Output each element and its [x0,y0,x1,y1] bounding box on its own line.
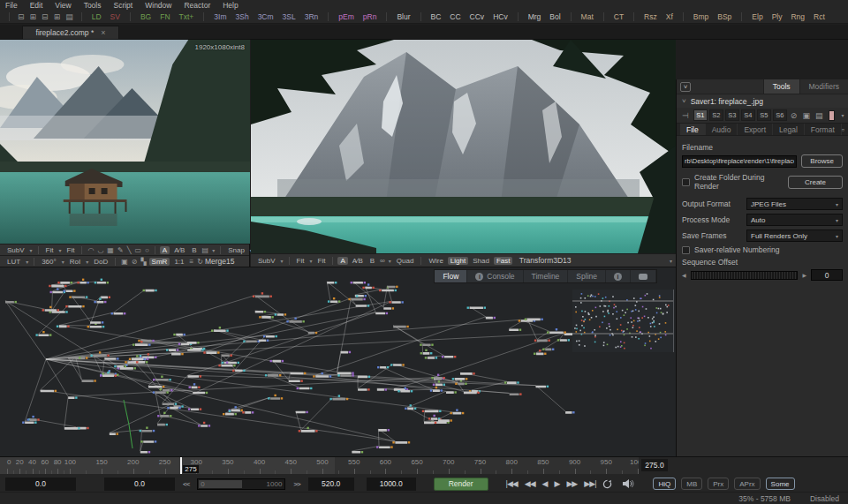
browse-button[interactable]: Browse [801,154,843,168]
menu-script[interactable]: Script [113,1,132,10]
menu-reactor[interactable]: Reactor [184,1,210,10]
viewer-shad-button[interactable]: Shad [470,257,492,265]
lock-icon[interactable]: ▣ [802,111,810,120]
tool-hcv[interactable]: HCv [493,12,508,21]
refresh-icon[interactable]: ↻ [197,258,203,266]
flow-tab-comment[interactable] [631,270,656,282]
flow-tab-spline[interactable]: Spline [568,270,606,282]
skip-to-end-button[interactable]: ▶▶| [584,479,595,488]
viewer-b-button[interactable]: B [367,257,377,265]
version-s1[interactable]: S1 [693,109,708,121]
slider-left-arrow[interactable]: ◀ [682,272,686,278]
viewer-fit-button[interactable]: Fit [43,246,57,254]
menu-file[interactable]: File [5,1,18,10]
version-s2[interactable]: S2 [709,109,723,121]
slider-right-arrow[interactable]: ▶ [802,272,806,278]
tool-3cm[interactable]: 3Cm [258,12,274,21]
tool-bmp[interactable]: Bmp [693,12,708,21]
skip-to-start-button[interactable]: |◀◀ [506,479,518,488]
camera-icon[interactable]: ▤ [202,246,209,254]
menu-view[interactable]: View [55,1,71,10]
play-reverse-button[interactable]: ◀ [542,479,548,488]
viewer-a-button[interactable]: A [337,257,347,265]
tool-bg[interactable]: BG [140,12,151,21]
viewer-11-button[interactable]: 1:1 [171,258,186,266]
right-viewer-image[interactable] [251,40,676,253]
viewer-subv-button[interactable]: SubV [255,257,278,265]
tool-blur[interactable]: Blur [397,12,410,21]
render-start-box[interactable]: 0.0 [104,478,175,491]
layout-c-icon[interactable]: ⊟ [42,12,49,21]
version-s3[interactable]: S3 [725,109,739,121]
version-s4[interactable]: S4 [741,109,755,121]
tool-rng[interactable]: Rng [791,12,805,21]
viewer-dod-button[interactable]: DoD [91,258,110,266]
chevron-down-icon[interactable]: ▾ [389,258,391,264]
viewer-ab-button[interactable]: A∕B [350,257,366,265]
line-icon[interactable]: ╲ [127,246,132,254]
sequence-offset-value[interactable]: 0 [811,269,843,281]
saver-relative-checkbox[interactable] [682,246,690,254]
subtab-file[interactable]: File [680,124,706,135]
tool-3sl[interactable]: 3SL [283,12,296,21]
viewer-roi-button[interactable]: RoI [67,258,83,266]
subtab-legal[interactable]: Legal [773,124,805,135]
checker-icon[interactable]: ▚ [140,258,146,266]
roto-curve-b-icon[interactable]: ◡ [97,246,103,254]
create-button[interactable]: Create [788,176,843,189]
subtab-format[interactable]: Format [805,124,842,135]
chevron-down-icon[interactable]: ▾ [670,258,672,264]
close-icon[interactable]: × [101,28,105,37]
menu-help[interactable]: Help [223,1,238,10]
tool-rct[interactable]: Rct [814,12,825,21]
create-folder-checkbox[interactable] [682,178,690,186]
toggle-hiq[interactable]: HiQ [653,478,676,490]
stereo-icon[interactable]: ∞ [380,257,385,265]
fast-reverse-button[interactable]: ◀◀ [525,479,535,488]
viewer-lut-button[interactable]: LUT [4,258,23,266]
lock-icon[interactable]: ▣ [121,258,128,266]
save-frames-select[interactable]: Full Renders Only ▾ [746,229,843,242]
viewer-smr-button[interactable]: SmR [149,258,170,266]
global-end-box[interactable]: 1000.0 [367,478,416,491]
sequence-offset-slider[interactable] [691,271,799,280]
tool-xf[interactable]: Xf [666,12,673,21]
playhead[interactable] [180,457,182,474]
tool-elp[interactable]: Elp [752,12,762,21]
save-icon[interactable]: ▤ [65,12,73,21]
viewer-fit-button[interactable]: Fit [64,246,78,254]
tool-ply[interactable]: Ply [772,12,783,21]
menu-edit[interactable]: Edit [30,1,43,10]
viewer-wire-button[interactable]: Wire [426,257,445,265]
chevron-down-icon[interactable]: ▾ [26,259,28,265]
viewer-ab-button[interactable]: A∕B [171,246,187,254]
layout-a-icon[interactable]: ⊟ [18,12,25,21]
chevron-down-icon[interactable]: ▾ [58,247,61,253]
tool-fn[interactable]: FN [160,12,170,21]
pen-icon[interactable]: ✎ [117,246,124,254]
tab-modifiers[interactable]: Modifiers [799,79,848,94]
levels-icon[interactable]: ≡ [190,258,194,266]
tool-bol[interactable]: Bol [549,12,560,21]
toggle-aprx[interactable]: APrx [734,478,760,490]
render-end-box[interactable]: 520.0 [308,478,354,491]
version-s6[interactable]: S6 [773,109,787,121]
chevron-down-icon[interactable]: ▾ [86,259,88,265]
flow-tab-timeline[interactable]: Timeline [524,270,569,282]
current-frame-box[interactable]: 275.0 [641,459,668,471]
viewer-b-button[interactable]: B [189,246,199,254]
viewer-fit-button[interactable]: Fit [294,257,307,265]
tool-bsp[interactable]: BSp [717,12,731,21]
tool-mat[interactable]: Mat [581,12,594,21]
output-format-select[interactable]: JPEG Files ▾ [746,198,843,210]
pin-icon[interactable]: ⊣ [682,111,689,120]
render-button[interactable]: Render [434,478,488,491]
process-mode-select[interactable]: Auto ▾ [746,214,843,226]
tool-mrg[interactable]: Mrg [528,12,541,21]
range-slider[interactable]: 0 1000 [197,478,285,490]
disable-icon[interactable]: ⊘ [132,258,138,266]
viewer-snap-button[interactable]: Snap [225,246,247,254]
ellipse-icon[interactable]: ○ [145,246,149,254]
tool-3im[interactable]: 3Im [214,12,226,21]
fast-forward-button[interactable]: ▶▶ [566,479,577,488]
